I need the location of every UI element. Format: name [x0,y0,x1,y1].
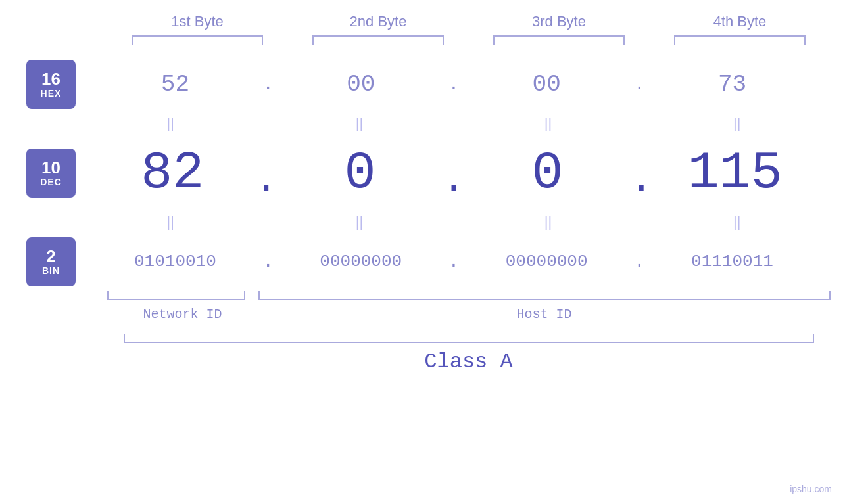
byte4-header: 4th Byte [667,13,812,30]
badges-column: 16 HEX 10 DEC 2 BIN [0,58,92,288]
bin-badge-number: 2 [46,247,55,266]
sep-row-1: || || || || [92,110,815,137]
hex-badge: 16 HEX [26,60,76,109]
main-container: 1st Byte 2nd Byte 3rd Byte 4th Byte 16 H… [0,0,845,504]
dec-dot-1: . [254,158,278,209]
sep1-b3: || [476,115,621,132]
sep2-b2: || [287,214,431,231]
hex-byte3: 00 [474,71,619,98]
sep2-b3: || [476,214,621,231]
class-label: Class A [107,350,831,374]
hex-row: 52 . 00 . 00 . 73 [92,58,815,110]
bin-badge-label: BIN [42,265,60,276]
dec-byte3: 0 [475,143,620,203]
sep1-b2: || [287,115,431,132]
bin-row: 01010010 . 00000000 . 00000000 . 0111001… [92,235,815,288]
hex-badge-number: 16 [41,70,60,89]
bin-dot-1: . [262,252,274,272]
bracket-host-id [258,291,831,300]
dec-byte2: 0 [287,143,432,203]
sep2-b1: || [98,214,243,231]
dec-badge-number: 10 [41,158,60,177]
bracket-top-1 [132,35,263,45]
byte1-header: 1st Byte [125,13,270,30]
bin-badge: 2 BIN [26,237,76,286]
hex-byte2: 00 [289,71,433,98]
dec-byte4: 115 [663,143,808,203]
dec-badge: 10 DEC [26,149,76,198]
dec-byte1: 82 [100,143,245,203]
bracket-top-4 [674,35,806,45]
bin-byte2: 00000000 [289,252,433,271]
bin-dot-2: . [448,252,460,272]
values-column: 52 . 00 . 00 . 73 || || [92,58,845,288]
hex-dot-1: . [262,74,274,95]
content-rows: 16 HEX 10 DEC 2 BIN [0,58,845,288]
byte3-header: 3rd Byte [487,13,631,30]
network-id-label: Network ID [107,307,258,322]
byte2-header: 2nd Byte [306,13,450,30]
bracket-top-2 [312,35,444,45]
class-section: Class A [107,334,831,374]
hex-byte1: 52 [103,71,247,98]
bracket-network-id [107,291,245,300]
bracket-top-3 [493,35,625,45]
bin-dot-3: . [634,252,645,272]
bottom-brackets-section: Network ID Host ID [107,291,831,322]
sep-row-2: || || || || [92,209,815,235]
watermark: ipshu.com [790,484,832,494]
dec-badge-label: DEC [40,177,62,187]
class-bracket [124,334,814,343]
bin-byte3: 00000000 [474,252,619,271]
hex-byte4: 73 [660,71,805,98]
sep1-b1: || [98,115,243,132]
sep2-b4: || [665,214,809,231]
sep1-b4: || [665,115,809,132]
dec-row: 82 . 0 . 0 . 115 [92,137,815,209]
hex-badge-label: HEX [41,88,62,99]
dec-dot-2: . [442,158,466,209]
hex-dot-2: . [448,74,460,95]
dec-dot-3: . [629,158,653,209]
host-id-label: Host ID [258,307,831,322]
bin-byte1: 01010010 [103,252,247,271]
bin-byte4: 01110011 [660,252,805,271]
hex-dot-3: . [634,74,645,95]
